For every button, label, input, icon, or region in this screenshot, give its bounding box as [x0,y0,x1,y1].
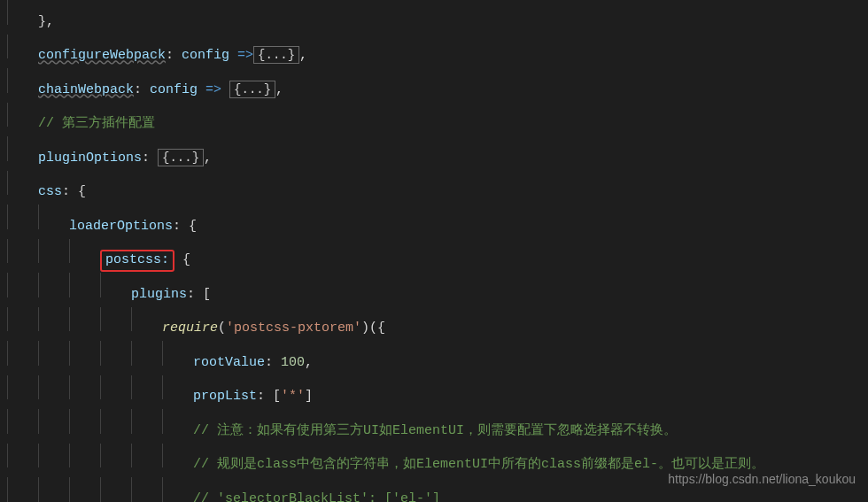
code-line: configureWebpack: config =>{...}, [7,35,868,69]
property: chainWebpack [38,78,134,103]
property: plugins [131,282,187,307]
code-line: chainWebpack: config => {...}, [7,68,868,103]
property: rootValue [193,351,265,375]
code-line: // 第三方插件配置 [7,103,868,137]
property: loaderOptions [69,214,173,239]
code-line: // 注意：如果有使用第三方UI如ElementUI，则需要配置下忽略选择器不转… [7,409,868,444]
function-call: require [162,316,218,341]
folded-code-icon[interactable]: {...} [158,149,204,166]
code-line: postcss: { [7,239,868,274]
folded-code-icon[interactable]: {...} [229,81,275,98]
code-line: loaderOptions: { [7,205,868,239]
code-line: plugins: [ [7,273,868,307]
comment: // 注意：如果有使用第三方UI如ElementUI，则需要配置下忽略选择器不转… [193,419,677,444]
code-line: css: { [7,171,868,205]
code-line: require('postcss-pxtorem')({ [7,307,868,342]
code-line: propList: ['*'] [7,375,868,410]
code-line: pluginOptions: {...}, [7,136,868,171]
code-line: rootValue: 100, [7,341,868,375]
highlight-box: postcss: [100,250,174,272]
property: propList [193,384,257,409]
property: configureWebpack [38,43,166,68]
folded-code-icon[interactable]: {...} [253,46,299,64]
property: css [38,180,62,205]
comment: // 第三方插件配置 [38,112,155,136]
property: pluginOptions [38,146,142,171]
code-editor[interactable]: }, configureWebpack: config =>{...}, cha… [0,0,868,502]
comment: // 'selectorBlackList': ['el-'] [193,487,440,502]
code-line: }, [7,0,868,35]
watermark-text: https://blog.csdn.net/liona_koukou [668,468,856,491]
